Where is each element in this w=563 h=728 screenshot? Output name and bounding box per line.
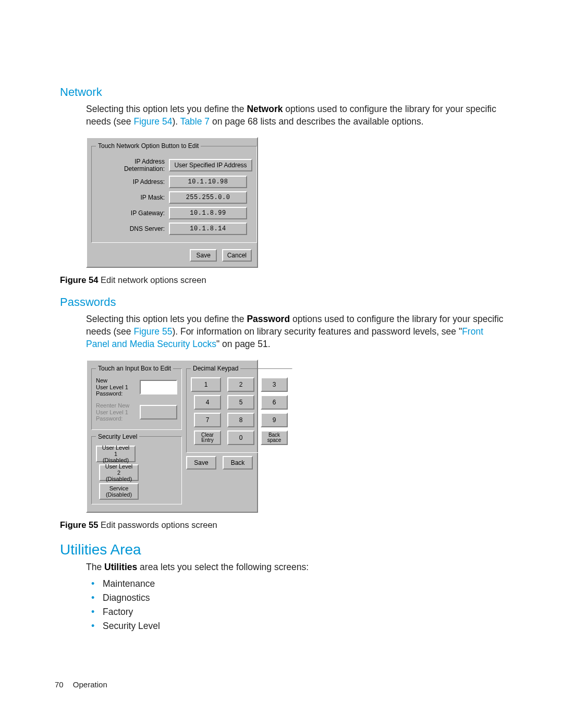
document-page: { "sections": { "network": { "heading": … [0,0,563,728]
link-figure-55[interactable]: Figure 55 [133,326,172,337]
list-item: Security Level [91,619,506,633]
figure-55-caption: Figure 55 Edit passwords options screen [60,520,506,530]
group-security-level: Security Level User Level 1 (Disabled) U… [91,433,182,504]
keypad-1[interactable]: 1 [191,377,221,392]
link-figure-54[interactable]: Figure 54 [133,116,172,127]
list-item: Maintenance [91,577,506,591]
keypad-5[interactable]: 5 [227,395,254,410]
heading-network: Network [60,85,506,99]
figure-54-caption: Figure 54 Edit network options screen [60,275,506,285]
keypad-2[interactable]: 2 [227,377,254,392]
label-ip-gateway: IP Gateway: [96,209,169,217]
text: Selecting this option lets you define th… [86,314,247,324]
group-legend: Touch an Input Box to Edit [96,365,173,372]
label-dns-server: DNS Server: [96,225,169,232]
utilities-intro: The Utilities area lets you select the f… [86,561,506,574]
keypad-6[interactable]: 6 [261,395,288,410]
list-item: Factory [91,605,506,619]
label-ip-mask: IP Mask: [96,194,169,201]
caption-text: Edit network options screen [101,275,206,285]
keypad-7[interactable]: 7 [194,413,221,427]
ip-determination-button[interactable]: User Specified IP Address [169,159,252,171]
text: Selecting this option lets you define th… [86,104,247,114]
group-decimal-keypad: Decimal Keypad 1 2 3 4 5 6 7 8 9 Clear E… [186,365,292,453]
save-button[interactable]: Save [186,456,216,470]
reenter-password-input [140,405,177,419]
caption-label: Figure 55 [60,520,98,529]
heading-utilities-area: Utilities Area [60,541,506,558]
group-input-box: Touch an Input Box to Edit New User Leve… [91,365,182,430]
keypad-8[interactable]: 8 [227,413,254,427]
ip-gateway-button[interactable]: 10.1.8.99 [169,207,247,219]
utilities-list: Maintenance Diagnostics Factory Security… [91,577,506,634]
ip-mask-button[interactable]: 255.255.0.0 [169,191,247,204]
group-legend: Security Level [96,433,139,440]
text: The [86,562,104,572]
text: area lets you select the following scree… [137,562,309,572]
security-level-user1-button[interactable]: User Level 1 (Disabled) [96,446,136,462]
text: " on page 51. [216,339,271,349]
dns-server-button[interactable]: 10.1.8.14 [169,223,247,235]
network-paragraph: Selecting this option lets you define th… [86,103,506,128]
link-table-7[interactable]: Table 7 [180,116,210,127]
dialog-edit-passwords-options: Touch an Input Box to Edit New User Leve… [86,360,258,513]
keypad-9[interactable]: 9 [261,413,288,427]
ip-address-button[interactable]: 10.1.10.98 [169,176,247,188]
bold-utilities: Utilities [104,562,137,572]
text: on page 68 lists and describes the avail… [210,116,424,127]
label-new-password: New User Level 1 Password: [96,377,137,397]
keypad-3[interactable]: 3 [261,377,288,392]
dialog-edit-network-options: Touch Network Option Button to Edit IP A… [86,137,258,268]
group-legend: Touch Network Option Button to Edit [96,142,201,150]
group-legend: Decimal Keypad [191,365,240,372]
label-ip-determination: IP Address Determination: [96,158,169,172]
caption-label: Figure 54 [60,275,98,285]
cancel-button[interactable]: Cancel [222,249,252,262]
page-footer: 70 Operation [55,680,107,689]
bold-password: Password [247,314,290,324]
label-reenter-password: Reenter New User Level 1 Password: [96,402,137,422]
group-network-options: Touch Network Option Button to Edit IP A… [91,142,257,243]
passwords-paragraph: Selecting this option lets you define th… [86,313,506,350]
heading-passwords: Passwords [60,295,506,309]
security-level-user2-button[interactable]: User Level 2 (Disabled) [99,464,139,481]
page-number: 70 [55,680,64,689]
save-button[interactable]: Save [190,249,217,262]
back-button[interactable]: Back [223,456,253,470]
chapter-name: Operation [73,680,107,689]
keypad-4[interactable]: 4 [194,395,221,410]
keypad-clear-entry[interactable]: Clear Entry [194,430,221,445]
keypad-0[interactable]: 0 [227,430,254,445]
text: ). For information on library security f… [172,326,462,337]
new-password-input[interactable] [140,380,177,394]
label-ip-address: IP Address: [96,178,169,186]
security-level-service-button[interactable]: Service (Disabled) [99,483,139,500]
caption-text: Edit passwords options screen [101,520,217,529]
bold-network: Network [247,104,283,114]
keypad-backspace[interactable]: Back space [261,430,288,445]
text: ). [172,116,180,127]
list-item: Diagnostics [91,591,506,605]
